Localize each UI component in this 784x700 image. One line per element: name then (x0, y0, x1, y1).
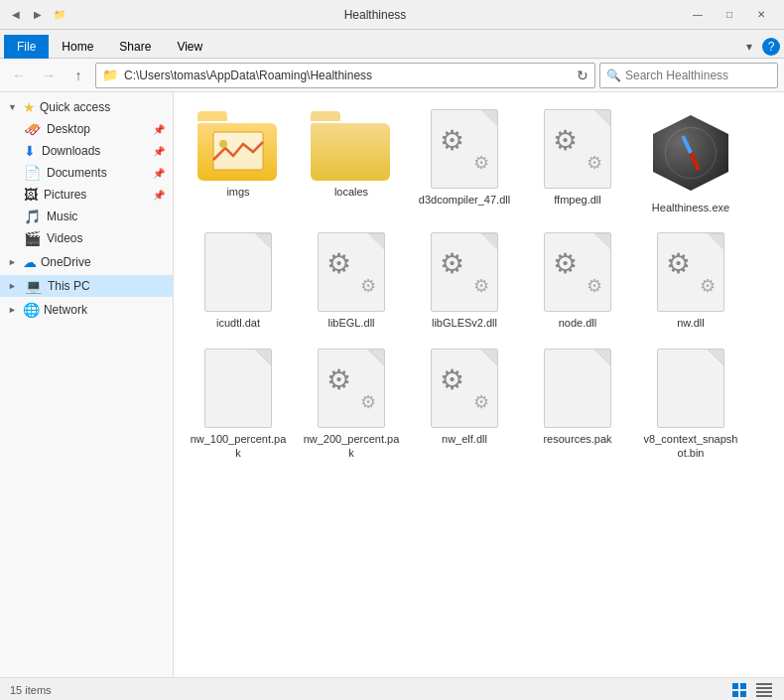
file-item-d3dcompiler[interactable]: ⚙ ⚙ d3dcompiler_47.dll (410, 102, 519, 221)
file-label-resources: resources.pak (543, 432, 611, 446)
file-item-nw-elf[interactable]: ⚙ ⚙ nw_elf.dll (410, 342, 519, 468)
refresh-button[interactable]: ↻ (577, 68, 588, 83)
file-item-imgs[interactable]: imgs (184, 102, 293, 221)
address-bar[interactable]: 📁 C:\Users\tomas\AppData\Roaming\Healthi… (95, 63, 595, 88)
title-bar-folder-icon: 📁 (52, 7, 67, 23)
onedrive-icon: ☁ (23, 254, 37, 270)
sidebar-section-network: ► 🌐 Network (0, 299, 173, 321)
file-label-d3dcompiler: d3dcompiler_47.dll (419, 193, 510, 207)
up-button[interactable]: ↑ (65, 63, 91, 88)
sidebar-music-label: Music (47, 210, 77, 223)
file-label-imgs: imgs (226, 185, 249, 199)
svg-rect-6 (756, 683, 772, 685)
dll-icon-nw100 (204, 349, 272, 428)
sidebar-section-quick-access: ▼ ★ Quick access 🛷 Desktop 📌 ⬇ Downloads… (0, 96, 173, 249)
file-label-nw: nw.dll (677, 316, 705, 330)
address-folder-icon: 📁 (102, 68, 118, 82)
chevron-down-icon: ▼ (8, 102, 17, 112)
file-label-locales: locales (334, 185, 368, 199)
dll-icon-libEGL: ⚙ ⚙ (318, 232, 385, 312)
sidebar-desktop-label: Desktop (47, 122, 90, 136)
tab-file[interactable]: File (4, 35, 49, 59)
title-bar-forward-icon: ▶ (30, 7, 46, 23)
ribbon-collapse-icon[interactable]: ▾ (740, 38, 758, 56)
file-item-nw[interactable]: ⚙ ⚙ nw.dll (636, 225, 745, 337)
sidebar-network-header[interactable]: ► 🌐 Network (0, 299, 173, 321)
search-bar[interactable]: 🔍 (599, 63, 778, 88)
help-icon[interactable]: ? (762, 38, 780, 56)
dll-icon-d3dcompiler: ⚙ ⚙ (431, 109, 498, 189)
status-bar: 15 items (0, 677, 784, 700)
file-item-icudtl[interactable]: icudtl.dat (184, 225, 293, 337)
file-label-nw-elf: nw_elf.dll (442, 432, 487, 446)
file-item-node[interactable]: ⚙ ⚙ node.dll (523, 225, 632, 337)
sidebar-documents-label: Documents (47, 166, 107, 180)
file-label-nw100: nw_100_percent.pak (189, 432, 288, 461)
sidebar-item-downloads[interactable]: ⬇ Downloads 📌 (0, 140, 173, 162)
maximize-button[interactable]: □ (715, 0, 744, 30)
tab-share[interactable]: Share (106, 35, 164, 59)
details-view-button[interactable] (754, 680, 774, 700)
tab-home[interactable]: Home (49, 35, 106, 59)
tab-view[interactable]: View (164, 35, 215, 59)
file-item-nw200[interactable]: ⚙ ⚙ nw_200_percent.pak (297, 342, 406, 468)
svg-rect-9 (756, 695, 772, 697)
title-bar-system-icons: ◀ ▶ 📁 (8, 7, 67, 23)
search-input[interactable] (625, 69, 774, 82)
window-controls: — □ ✕ (683, 0, 776, 30)
sidebar-quick-access-header[interactable]: ▼ ★ Quick access (0, 96, 173, 118)
file-item-nw100[interactable]: nw_100_percent.pak (184, 342, 293, 468)
large-icons-view-button[interactable] (730, 680, 750, 700)
file-item-libEGL[interactable]: ⚙ ⚙ libEGL.dll (297, 225, 406, 337)
sidebar-onedrive-header[interactable]: ► ☁ OneDrive (0, 251, 173, 273)
chevron-right-icon-net: ► (8, 305, 17, 315)
svg-point-1 (219, 140, 227, 148)
sidebar-section-onedrive: ► ☁ OneDrive (0, 251, 173, 273)
sidebar-item-videos[interactable]: 🎬 Videos (0, 227, 173, 249)
pin-icon: 📌 (153, 124, 165, 135)
pictures-icon: 🖼 (24, 187, 38, 203)
back-button[interactable]: ← (6, 63, 32, 88)
file-item-healthiness-exe[interactable]: Healthiness.exe (636, 102, 745, 221)
file-item-resources[interactable]: resources.pak (523, 342, 632, 468)
sidebar-item-pictures[interactable]: 🖼 Pictures 📌 (0, 184, 173, 206)
dll-icon-nw-elf: ⚙ ⚙ (431, 349, 498, 428)
sidebar-onedrive-label: OneDrive (41, 255, 91, 269)
sidebar-item-desktop[interactable]: 🛷 Desktop 📌 (0, 118, 173, 140)
minimize-button[interactable]: — (683, 0, 713, 30)
svg-rect-5 (740, 691, 746, 697)
pc-icon: 💻 (25, 278, 42, 294)
dll-icon-nw: ⚙ ⚙ (657, 232, 724, 312)
desktop-icon: 🛷 (24, 121, 41, 137)
sidebar-videos-label: Videos (47, 231, 82, 245)
folder-icon-locales (311, 109, 392, 181)
sidebar-quick-access-label: Quick access (40, 100, 110, 114)
file-item-libGLESv2[interactable]: ⚙ ⚙ libGLESv2.dll (410, 225, 519, 337)
sidebar-network-label: Network (44, 303, 87, 317)
file-label-ffmpeg: ffmpeg.dll (554, 193, 601, 207)
sidebar-downloads-label: Downloads (42, 144, 100, 158)
documents-icon: 📄 (24, 165, 41, 181)
search-icon: 🔍 (606, 69, 621, 82)
forward-button[interactable]: → (36, 63, 62, 88)
svg-rect-3 (740, 683, 746, 689)
title-bar-back-icon: ◀ (8, 7, 24, 23)
file-item-v8[interactable]: v8_context_snapshot.bin (636, 342, 745, 468)
close-button[interactable]: ✕ (746, 0, 776, 30)
sidebar-this-pc-header[interactable]: ► 💻 This PC (0, 275, 173, 297)
star-icon: ★ (23, 99, 36, 115)
svg-rect-8 (756, 691, 772, 693)
sidebar: ▼ ★ Quick access 🛷 Desktop 📌 ⬇ Downloads… (0, 92, 174, 677)
file-item-locales[interactable]: locales (297, 102, 406, 221)
sidebar-item-music[interactable]: 🎵 Music (0, 206, 173, 227)
file-item-ffmpeg[interactable]: ⚙ ⚙ ffmpeg.dll (523, 102, 632, 221)
chevron-right-icon: ► (8, 257, 17, 267)
folder-icon-imgs (197, 109, 279, 181)
dll-icon-v8 (657, 349, 724, 428)
sidebar-item-documents[interactable]: 📄 Documents 📌 (0, 162, 173, 184)
file-label-v8: v8_context_snapshot.bin (641, 432, 740, 461)
main-layout: ▼ ★ Quick access 🛷 Desktop 📌 ⬇ Downloads… (0, 92, 784, 677)
videos-icon: 🎬 (24, 230, 41, 246)
downloads-icon: ⬇ (24, 143, 36, 159)
music-icon: 🎵 (24, 209, 41, 224)
